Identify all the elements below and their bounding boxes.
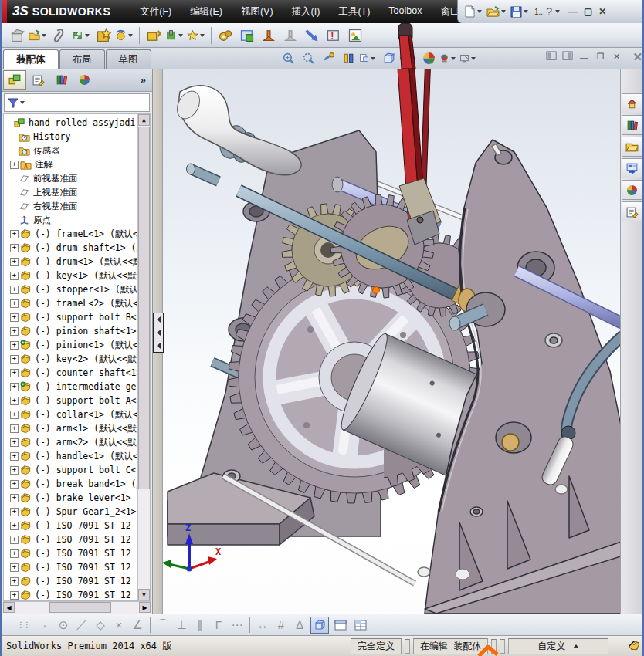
tree-item[interactable]: +(-) handle<1> (默认<<默	[4, 449, 138, 463]
tree-item[interactable]: +(-) support bolt A<1> (	[4, 394, 138, 407]
arc-button[interactable]: ⌒	[154, 617, 172, 632]
view-palette-tab[interactable]	[622, 158, 642, 178]
tree-item[interactable]: +(-) key<2> (默认<<默认>	[4, 352, 138, 366]
view-settings-button[interactable]	[459, 49, 478, 67]
expand-icon[interactable]: +	[10, 272, 19, 280]
tree-item[interactable]: +(-) drum<1> (默认<<默认	[4, 255, 138, 269]
smart-dimension-button[interactable]: ↔	[253, 618, 272, 631]
expand-icon[interactable]: +	[10, 383, 19, 391]
line-button[interactable]: ／	[73, 617, 91, 632]
tree-filter-bar[interactable]	[4, 93, 150, 112]
spline-points-button[interactable]: ⋯	[228, 618, 246, 632]
hscroll-thumb[interactable]	[49, 602, 111, 613]
tree-item[interactable]: +(-) pinion<1> (默认<默认	[4, 338, 138, 352]
tree-item[interactable]: +(-) pinion shaft<1> (默	[4, 324, 138, 338]
toolbar-drag-handle[interactable]: ⋮⋮	[17, 620, 29, 629]
featuremanager-tree-tab[interactable]	[3, 70, 26, 90]
measure-angle-button[interactable]: ∆	[290, 618, 309, 631]
tree-item[interactable]: +(-) intermediate gear<1	[4, 380, 138, 394]
previous-view-button[interactable]	[319, 49, 337, 67]
attach-paperclip-button[interactable]	[50, 25, 70, 46]
scroll-down-arrow[interactable]: ▼	[138, 589, 150, 600]
new-document-button[interactable]	[464, 5, 484, 18]
expand-icon[interactable]: +	[10, 161, 19, 169]
expand-icon[interactable]: +	[10, 563, 19, 572]
tree-item[interactable]: +(-) Spur Gear1_2<1> (默	[4, 505, 138, 519]
perpendicular-button[interactable]: ⊥	[172, 618, 191, 632]
expand-icon[interactable]: +	[10, 244, 19, 252]
reference-geometry-button[interactable]	[187, 25, 207, 46]
expand-icon[interactable]: +	[10, 411, 19, 419]
sketch-angle-button[interactable]: ∠	[128, 618, 147, 632]
tab-布局[interactable]: 布局	[59, 49, 105, 69]
expand-icon[interactable]: +	[10, 480, 19, 489]
curve-arrow-blue-button[interactable]	[302, 25, 322, 46]
section-view-button[interactable]	[339, 49, 358, 67]
graphics-viewport[interactable]: Z X Y	[152, 69, 623, 614]
collapse-pane-left-button[interactable]	[545, 51, 558, 63]
maximize-button[interactable]: ▢	[584, 6, 592, 17]
tree-item[interactable]: +(-) support bolt C<1> (	[4, 463, 138, 477]
hide-show-items-button[interactable]	[399, 49, 418, 67]
design-library-tab[interactable]	[622, 115, 642, 135]
model-pinion-shaft-stub[interactable]	[187, 164, 238, 373]
single-view-button[interactable]	[332, 617, 349, 633]
file-explorer-tab[interactable]	[622, 137, 642, 157]
expand-icon[interactable]: +	[10, 355, 19, 364]
expand-icon[interactable]: +	[10, 397, 19, 405]
tree-vertical-scrollbar[interactable]: ▲ ▼	[137, 114, 150, 600]
expand-icon[interactable]: +	[10, 438, 19, 447]
panel-overflow-button[interactable]: »	[141, 74, 151, 86]
expand-icon[interactable]: +	[10, 591, 19, 600]
tree-item[interactable]: +A注解	[4, 157, 138, 171]
tree-item[interactable]: 上视基准面	[4, 185, 138, 199]
tree-horizontal-scrollbar[interactable]: ◀ ▶	[3, 601, 151, 614]
propertymanager-tab[interactable]	[26, 70, 49, 90]
help-dropdown[interactable]	[555, 10, 560, 13]
scroll-thumb[interactable]	[138, 127, 150, 489]
viewport-canvas[interactable]: Z X Y	[152, 69, 623, 614]
tree-item[interactable]: hand rolled assyjadi (默认	[4, 116, 138, 130]
view-orientation-button[interactable]	[359, 49, 378, 67]
new-window-green-button[interactable]	[237, 25, 257, 46]
expand-icon[interactable]: +	[10, 286, 19, 294]
close-button[interactable]: ✕	[598, 6, 606, 17]
expand-icon[interactable]: +	[10, 313, 19, 322]
expand-icon[interactable]: +	[10, 230, 19, 238]
tree-item[interactable]: +(-) ISO 7091 ST 12 - 10	[4, 560, 138, 574]
expand-icon[interactable]: +	[10, 549, 19, 558]
tab-草图[interactable]: 草图	[106, 49, 151, 69]
save-document-button[interactable]	[510, 6, 530, 18]
splitter-grip[interactable]	[153, 313, 164, 353]
tree-item[interactable]: +(-) stopper<1> (默认<<默	[4, 282, 138, 296]
shaded-with-edges-button[interactable]	[310, 617, 329, 634]
tree-item[interactable]: 前视基准面	[4, 171, 138, 185]
model-rod-end[interactable]	[456, 569, 469, 580]
circle-button[interactable]: ⊙	[54, 618, 73, 632]
menu-编辑E[interactable]: 编辑(E)	[181, 2, 232, 22]
expand-icon[interactable]: +	[10, 452, 19, 461]
expand-icon[interactable]: +	[10, 424, 19, 433]
open-part-button[interactable]	[29, 25, 49, 46]
tree-item[interactable]: +(-) ISO 7091 ST 12 - 10	[4, 546, 138, 560]
expand-icon[interactable]: +	[10, 494, 19, 502]
tree-item[interactable]: +(-) arm<2> (默认<<默认>	[4, 435, 138, 449]
trim-button[interactable]: ×	[110, 618, 128, 631]
expand-icon[interactable]: +	[10, 369, 19, 377]
tree-item[interactable]: +(-) key<1> (默认<<默认>	[4, 269, 138, 282]
expand-icon[interactable]: +	[10, 577, 19, 586]
expand-icon[interactable]: +	[10, 327, 19, 336]
tree-item[interactable]: 传感器	[4, 144, 138, 157]
open-document-button[interactable]	[486, 6, 508, 18]
collapse-pane-right-button[interactable]	[561, 51, 575, 63]
tree-item[interactable]: 原点	[4, 213, 138, 227]
assembly-features-button[interactable]	[165, 25, 185, 46]
tree-item[interactable]: +(-) ISO 7091 ST 12 - 10	[4, 519, 138, 533]
expand-icon[interactable]: +	[10, 508, 19, 516]
restore-document-button[interactable]: ❐	[594, 51, 607, 63]
edit-appearance-button[interactable]	[419, 49, 438, 67]
parallel-button[interactable]: ∥	[191, 618, 209, 632]
tree-item[interactable]: +(-) frameL<1> (默认<<默	[4, 227, 138, 241]
close-document-button[interactable]: ✕	[610, 51, 623, 63]
model-handle-grip[interactable]	[173, 86, 302, 175]
